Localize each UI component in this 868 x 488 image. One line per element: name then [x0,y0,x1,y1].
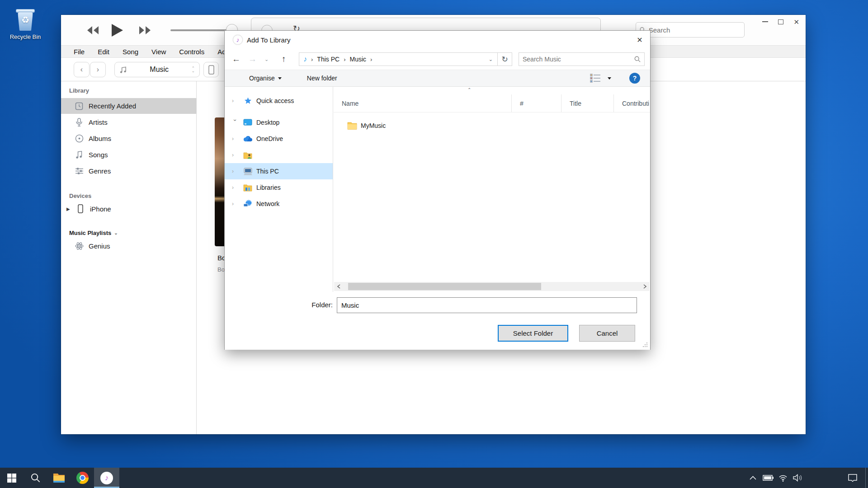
taskbar-search-button[interactable] [24,468,47,488]
dialog-search-box[interactable] [519,52,645,66]
search-icon [30,473,41,483]
recent-locations-chevron-icon[interactable]: ⌄ [264,53,269,65]
media-kind-selector[interactable]: Music ⌃⌄ [114,62,200,77]
sidebar-item-albums[interactable]: Albums [61,130,196,146]
fast-forward-button[interactable] [137,22,153,38]
expander-icon[interactable]: ▶ [66,206,71,211]
column-contributing[interactable]: Contributi [614,94,650,112]
dialog-search-input[interactable] [523,56,634,63]
itunes-sidebar: Library Recently Added Artists Albums [61,81,197,434]
search-icon [634,56,641,62]
expander-chevron-icon[interactable]: › [232,168,238,174]
back-arrow-icon[interactable]: ← [232,53,241,65]
help-button[interactable]: ? [629,73,640,84]
menu-edit[interactable]: Edit [98,48,109,56]
view-options-caret-icon[interactable] [608,77,611,80]
address-bar[interactable]: ♪ › This PC › Music › ⌄ [299,52,498,66]
forward-button[interactable]: › [90,62,106,77]
itunes-search-box[interactable] [636,22,745,38]
tree-item-label: This PC [256,168,279,175]
menu-controls[interactable]: Controls [179,48,204,56]
horizontal-scrollbar[interactable] [334,282,649,291]
folder-label: Folder: [274,301,333,309]
menu-song[interactable]: Song [123,48,138,56]
start-button[interactable] [0,468,24,488]
new-folder-button[interactable]: New folder [307,75,337,82]
folder-name-input[interactable] [337,297,637,313]
itunes-search-input[interactable] [649,26,741,34]
tree-item-quick-access[interactable]: › Quick access [225,93,333,109]
expander-chevron-icon[interactable]: › [232,119,238,126]
sidebar-item-genius[interactable]: Genius [61,238,196,254]
expander-chevron-icon[interactable]: › [232,98,238,104]
column-number[interactable]: # [512,94,561,112]
show-desktop-button[interactable] [865,468,868,488]
wifi-tray-icon[interactable] [775,468,790,488]
recycle-bin-desktop-icon[interactable]: ♻ Recycle Bin [8,6,42,40]
sidebar-item-recently-added[interactable]: Recently Added [61,98,196,114]
expander-chevron-icon[interactable]: › [232,136,238,142]
tree-item-onedrive[interactable]: › OneDrive [225,131,333,147]
sidebar-item-artists[interactable]: Artists [61,114,196,130]
expander-chevron-icon[interactable]: › [232,184,238,191]
new-folder-label: New folder [307,75,337,82]
select-folder-button[interactable]: Select Folder [498,325,568,342]
refresh-icon[interactable]: ↻ [498,52,512,66]
sidebar-item-genres[interactable]: Genres [61,163,196,179]
taskbar-itunes-button[interactable]: ♪ [94,468,119,488]
taskbar-file-explorer-button[interactable] [47,468,71,488]
breadcrumb-music[interactable]: Music [349,56,366,63]
up-arrow-icon[interactable]: ↑ [282,53,286,65]
sidebar-library-header: Library [61,86,196,95]
tree-item-label: Libraries [256,184,281,191]
dialog-title: Add To Library [247,36,290,44]
battery-tray-icon[interactable] [760,468,775,488]
chevron-right-icon: › [307,56,317,63]
sidebar-item-label: Genres [89,167,111,175]
sidebar-item-iphone[interactable]: ▶ iPhone [61,201,196,217]
resize-grip[interactable] [642,342,648,348]
hidden-icons-chevron[interactable] [745,468,760,488]
scroll-right-icon[interactable] [640,282,649,291]
column-name[interactable]: Name [334,94,512,112]
back-button[interactable]: ‹ [74,62,90,77]
address-dropdown-chevron-icon[interactable]: ⌄ [489,56,497,62]
volume-tray-icon[interactable] [790,468,805,488]
volume-slider[interactable] [170,29,231,31]
itunes-icon: ♪ [100,472,113,484]
maximize-icon[interactable] [778,19,783,24]
column-title[interactable]: Title [561,94,614,112]
cancel-button[interactable]: Cancel [579,325,635,342]
close-icon[interactable]: ✕ [629,31,650,49]
action-center-button[interactable] [845,468,860,488]
dialog-titlebar[interactable]: ♪ Add To Library ✕ [225,31,650,49]
tree-item-this-pc[interactable]: › This PC [225,163,333,179]
expander-chevron-icon[interactable]: › [232,152,238,158]
close-icon[interactable]: ✕ [793,19,799,25]
scroll-left-icon[interactable] [334,282,343,291]
libraries-icon [243,183,253,192]
device-button[interactable] [203,62,219,77]
organise-button[interactable]: Organise [249,75,282,82]
tree-item-label: Quick access [256,97,294,104]
menu-file[interactable]: File [74,48,85,56]
play-button[interactable] [109,22,125,38]
sidebar-playlists-header[interactable]: Music Playlists ⌄ [61,229,196,238]
file-name: MyMusic [361,122,386,129]
sidebar-item-songs[interactable]: Songs [61,146,196,163]
taskbar-chrome-button[interactable] [71,468,94,488]
minimize-icon[interactable] [762,21,768,22]
sidebar-item-label: iPhone [90,205,111,213]
details-view-icon[interactable] [590,73,601,83]
file-row-mymusic[interactable]: MyMusic [334,117,512,134]
expander-chevron-icon[interactable]: › [232,201,238,207]
scrollbar-thumb[interactable] [348,283,541,290]
menu-view[interactable]: View [151,48,166,56]
tree-item-desktop[interactable]: › Desktop [225,114,333,131]
chevron-right-icon: › [340,56,349,63]
tree-item-libraries[interactable]: › Libraries [225,179,333,196]
tree-item-user-folder[interactable]: › [225,147,333,163]
rewind-button[interactable] [85,22,101,38]
breadcrumb-this-pc[interactable]: This PC [317,56,340,63]
tree-item-network[interactable]: › Network [225,196,333,212]
